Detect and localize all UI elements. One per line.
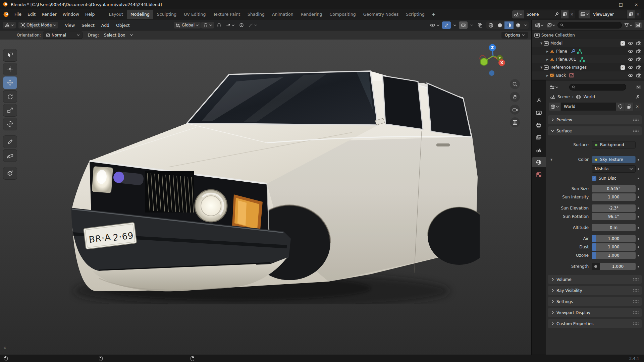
menu-window[interactable]: Window (60, 10, 82, 18)
transform-orientation-dropdown[interactable]: Global (174, 22, 201, 28)
render-camera-icon[interactable] (636, 49, 641, 53)
pin-scene-button[interactable] (553, 10, 560, 18)
sun-rotation-field[interactable]: 96.1° (592, 213, 636, 220)
panel-custom-properties[interactable]: Custom Properties (548, 319, 642, 328)
surface-shader-button[interactable]: Background (592, 141, 636, 148)
tab-layout[interactable]: Layout (105, 10, 127, 19)
pivot-point-dropdown[interactable] (201, 22, 214, 28)
tab-scripting[interactable]: Scripting (402, 10, 428, 19)
viewport-menu-object[interactable]: Object (113, 21, 133, 29)
close-button[interactable]: × (629, 0, 644, 9)
panel-viewport-display[interactable]: Viewport Display (548, 308, 642, 317)
outliner-row-plane-001[interactable]: ▶ Plane.001 (532, 55, 644, 63)
altitude-field[interactable]: 0 m (592, 224, 636, 231)
camera-view-button[interactable] (510, 105, 520, 115)
browse-world-button[interactable] (549, 103, 560, 111)
panel-grip-icon[interactable] (633, 322, 639, 325)
scene-name-field[interactable]: Scene (524, 10, 553, 18)
sun-disc-checkbox[interactable]: ✓ (592, 176, 596, 181)
tool-annotate[interactable] (3, 135, 17, 148)
tab-scene[interactable] (532, 145, 546, 155)
tab-geometry-nodes[interactable]: Geometry Nodes (360, 10, 402, 19)
axis-x[interactable]: X (498, 59, 505, 66)
axis-neg-z[interactable] (489, 70, 494, 76)
perspective-toggle-button[interactable] (510, 117, 520, 127)
tab-world[interactable] (532, 157, 546, 167)
sun-intensity-field[interactable]: 1.000 (592, 193, 636, 201)
pan-button[interactable] (510, 92, 520, 102)
strength-field[interactable]: 1.000 (600, 263, 636, 270)
ozone-slider[interactable]: 1.000 (592, 252, 636, 259)
expand-arrow[interactable]: ▼ (539, 66, 544, 69)
mode-dropdown[interactable]: Object Mode (18, 22, 58, 28)
outliner-search[interactable] (557, 22, 622, 28)
outliner-filter-button[interactable] (623, 22, 633, 28)
orientation-dropdown[interactable]: Normal (43, 32, 83, 39)
shading-material-preview-button[interactable] (504, 21, 514, 29)
maximize-button[interactable]: □ (613, 0, 629, 9)
menu-edit[interactable]: Edit (24, 10, 39, 18)
object-visibility-dropdown[interactable] (428, 22, 441, 28)
tab-view-layer[interactable] (532, 132, 546, 142)
tab-shading[interactable]: Shading (244, 10, 268, 19)
viewport-canvas[interactable]: BR·A 2·69 (0, 40, 531, 355)
menu-help[interactable]: Help (82, 10, 98, 18)
tab-rendering[interactable]: Rendering (297, 10, 326, 19)
fake-user-button[interactable] (616, 103, 625, 111)
outliner-display-mode-button[interactable] (546, 22, 556, 28)
tab-sculpting[interactable]: Sculpting (153, 10, 180, 19)
proportional-editing-toggle[interactable] (237, 21, 246, 29)
panel-preview[interactable]: Preview (548, 115, 642, 124)
outliner-editor-type-button[interactable] (534, 22, 544, 28)
tab-modeling[interactable]: Modeling (127, 10, 153, 19)
snap-toggle[interactable] (215, 21, 223, 29)
menu-render[interactable]: Render (39, 10, 60, 18)
sun-size-field[interactable]: 0.545° (592, 185, 636, 192)
outliner-row-back[interactable]: ▶ Back (532, 71, 644, 79)
outliner-row-model[interactable]: ▼ Model ✓ (532, 39, 644, 47)
panel-settings[interactable]: Settings (548, 297, 642, 306)
unlink-world-button[interactable]: × (634, 103, 641, 111)
tab-texture-paint[interactable]: Texture Paint (209, 10, 244, 19)
breadcrumb-world[interactable]: World (583, 95, 595, 99)
properties-search[interactable] (569, 84, 626, 90)
zoom-button[interactable] (510, 79, 520, 89)
tab-animation[interactable]: Animation (268, 10, 297, 19)
hide-eye-icon[interactable] (628, 41, 633, 45)
panel-ray-visibility[interactable]: Ray Visibility (548, 286, 642, 295)
snap-target-dropdown[interactable] (224, 22, 236, 28)
shading-wireframe-button[interactable] (486, 21, 495, 29)
overlays-dropdown[interactable] (468, 23, 475, 27)
axis-z[interactable]: Z (489, 44, 496, 51)
tab-uv-editing[interactable]: UV Editing (180, 10, 209, 19)
editor-corner-widget[interactable]: « (3, 345, 6, 350)
show-overlays-toggle[interactable] (459, 21, 468, 29)
render-camera-icon[interactable] (636, 57, 641, 61)
tool-add-cube[interactable] (3, 167, 17, 180)
viewport-menu-select[interactable]: Select (78, 21, 98, 29)
expand-arrow[interactable]: ▶ (545, 50, 550, 53)
air-slider[interactable]: 1.000 (592, 235, 636, 242)
shading-solid-button[interactable] (495, 21, 504, 29)
tab-output[interactable] (532, 120, 546, 130)
tool-scale[interactable] (3, 104, 17, 117)
render-camera-icon[interactable] (636, 65, 641, 69)
panel-grip-icon[interactable] (633, 311, 639, 314)
expand-node-arrow[interactable]: ▼ (549, 158, 554, 161)
breadcrumb-scene[interactable]: Scene (557, 95, 570, 99)
properties-options-button[interactable] (636, 85, 641, 89)
tool-measure[interactable] (3, 149, 17, 162)
panel-grip-icon[interactable] (633, 300, 639, 303)
drag-dropdown[interactable]: Select Box (101, 32, 136, 39)
properties-search-input[interactable] (577, 85, 623, 89)
world-name-field[interactable]: World (561, 103, 616, 111)
dust-slider[interactable]: 1.000 (592, 243, 636, 251)
hide-eye-icon[interactable] (628, 73, 633, 77)
new-viewlayer-button[interactable] (627, 10, 635, 18)
collection-checkbox[interactable]: ✓ (621, 41, 625, 46)
tool-move[interactable] (3, 76, 17, 89)
panel-surface[interactable]: Surface (548, 126, 642, 135)
expand-arrow[interactable]: ▼ (539, 42, 544, 45)
tab-compositing[interactable]: Compositing (326, 10, 359, 19)
hide-eye-icon[interactable] (628, 65, 633, 69)
